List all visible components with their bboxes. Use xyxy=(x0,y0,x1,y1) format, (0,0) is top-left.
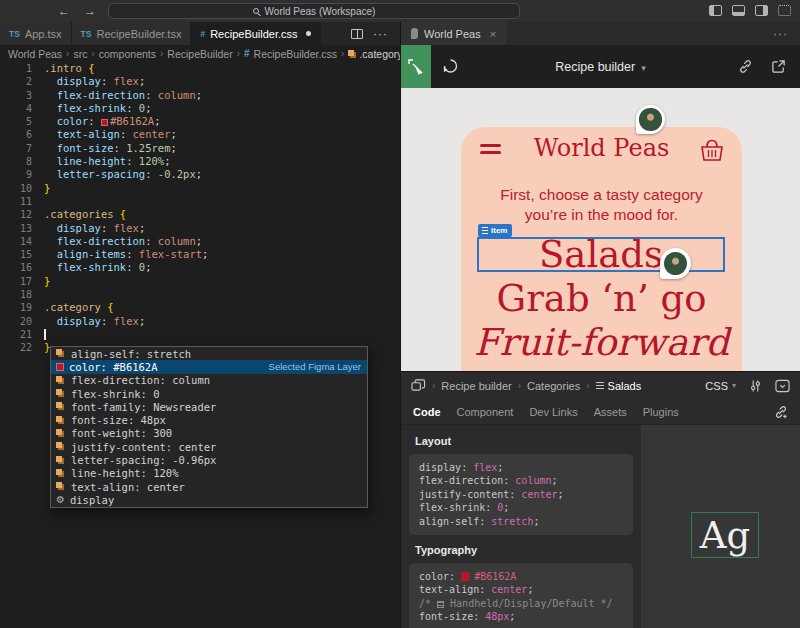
category-grab-n-go[interactable]: Grab ‘n’ go xyxy=(461,280,742,317)
code-line[interactable]: 12.categories { xyxy=(0,208,400,221)
code-line[interactable]: 11 xyxy=(0,195,400,208)
editor-tab-app.tsx[interactable]: TSApp.tsx xyxy=(0,22,72,45)
suggestion-item[interactable]: flex-direction: column xyxy=(51,374,367,387)
line-number: 14 xyxy=(0,235,32,248)
code-line[interactable]: 1.intro { xyxy=(0,62,400,75)
prop-suggestion-icon xyxy=(56,482,62,488)
intro-text[interactable]: First, choose a tasty category you’re in… xyxy=(461,185,742,226)
history-forward-button[interactable]: → xyxy=(84,0,96,22)
inspector-breadcrumb-item[interactable]: Recipe builder xyxy=(441,380,511,392)
inspector-tab-plugins[interactable]: Plugins xyxy=(643,406,679,418)
code-line[interactable]: 15 align-items: flex-start; xyxy=(0,248,400,261)
code-line[interactable]: 18 xyxy=(0,288,400,301)
inspector-breadcrumb-item[interactable]: Categories xyxy=(527,380,580,392)
code-line[interactable]: 19.category { xyxy=(0,301,400,314)
breadcrumb-item[interactable]: RecipeBuilder xyxy=(167,48,232,60)
code-line[interactable]: 3 flex-direction: column; xyxy=(0,89,400,102)
basket-icon[interactable] xyxy=(699,139,725,162)
suggestion-item[interactable]: font-weight: 300 xyxy=(51,427,367,440)
breadcrumb-separator: › xyxy=(518,380,521,391)
command-center-search[interactable]: World Peas (Workspace) xyxy=(108,3,520,19)
inspector-breadcrumb-item[interactable]: Salads xyxy=(596,380,642,392)
code-line[interactable]: 17} xyxy=(0,275,400,288)
category-fruit-forward[interactable]: Fruit-forward xyxy=(461,324,742,361)
suggestion-item[interactable]: align-self: stretch xyxy=(51,347,367,360)
editor-tab-recipebuilder.tsx[interactable]: TSRecipeBuilder.tsx xyxy=(72,22,192,45)
customize-layout-icon[interactable] xyxy=(778,5,791,16)
toggle-sidebar-icon[interactable] xyxy=(709,5,722,16)
prop-suggestion-icon xyxy=(56,416,62,422)
code-line[interactable]: 9 letter-spacing: -0.2px; xyxy=(0,168,400,181)
code-line[interactable]: 2 display: flex; xyxy=(0,75,400,88)
code-line[interactable]: 5 color: #B6162A; xyxy=(0,115,400,128)
code-line[interactable]: 21 xyxy=(0,328,400,341)
layers-icon[interactable] xyxy=(411,379,426,392)
suggestion-item[interactable]: font-size: 48px xyxy=(51,413,367,426)
code-line[interactable]: 13 display: flex; xyxy=(0,222,400,235)
code-line[interactable]: 6 text-align: center; xyxy=(0,128,400,141)
figma-toolbar: Recipe builder▾ xyxy=(400,45,800,88)
code-line[interactable]: 10} xyxy=(0,182,400,195)
line-number: 2 xyxy=(0,75,32,88)
comment-bubble-icon xyxy=(442,58,459,75)
editor-tab-recipebuilder.css[interactable]: #RecipeBuilder.css xyxy=(191,22,320,45)
breadcrumb-item[interactable]: RecipeBuilder.css xyxy=(254,48,337,60)
text-layer-icon xyxy=(482,227,488,234)
open-external-icon[interactable] xyxy=(771,59,786,74)
breadcrumb-item[interactable]: src xyxy=(73,48,87,60)
docs-panel-icon[interactable] xyxy=(775,379,790,393)
language-dropdown[interactable]: CSS▾ xyxy=(705,380,736,392)
copy-link-icon[interactable] xyxy=(738,59,753,74)
code-line[interactable]: 7 font-size: 1.25rem; xyxy=(0,142,400,155)
breadcrumb-separator: › xyxy=(341,48,344,59)
frame-title-dropdown[interactable]: Recipe builder▾ xyxy=(501,60,700,74)
suggestion-item[interactable]: flex-shrink: 0 xyxy=(51,387,367,400)
code-line[interactable]: 8 line-height: 120%; xyxy=(0,155,400,168)
more-actions-icon[interactable]: ··· xyxy=(373,29,388,39)
split-editor-icon[interactable] xyxy=(351,29,363,39)
add-dev-link-icon[interactable] xyxy=(774,405,788,419)
toggle-panel-icon[interactable] xyxy=(732,5,745,16)
code-editor[interactable]: 1.intro {2 display: flex;3 flex-directio… xyxy=(0,62,400,628)
suggestion-item[interactable]: font-family: Newsreader xyxy=(51,400,367,413)
breadcrumb-separator: › xyxy=(66,48,69,59)
unsaved-dot-icon[interactable] xyxy=(306,31,311,36)
comment-tool-button[interactable] xyxy=(431,58,469,75)
code-line[interactable]: 4 flex-shrink: 0; xyxy=(0,102,400,115)
file-type-icon: TS xyxy=(9,29,20,39)
breadcrumb-item[interactable]: components xyxy=(99,48,156,60)
inspector-tab-assets[interactable]: Assets xyxy=(594,406,627,418)
suggestion-item[interactable]: justify-content: center xyxy=(51,440,367,453)
code-line[interactable]: 14 flex-direction: column; xyxy=(0,235,400,248)
settings-sliders-icon[interactable] xyxy=(749,379,762,393)
editor-tab-bar: TSApp.tsxTSRecipeBuilder.tsx#RecipeBuild… xyxy=(0,22,400,45)
select-tool-button[interactable] xyxy=(401,45,431,88)
line-number: 7 xyxy=(0,142,32,155)
suggestion-item[interactable]: line-height: 120% xyxy=(51,467,367,480)
editor-tabs-container: TSApp.tsxTSRecipeBuilder.tsx#RecipeBuild… xyxy=(0,22,321,45)
figma-canvas[interactable]: World Peas First, choose a tasty categor… xyxy=(400,88,800,371)
suggestion-item[interactable]: text-align: center xyxy=(51,480,367,493)
breadcrumb-separator: › xyxy=(586,380,589,391)
close-icon[interactable]: × xyxy=(490,28,496,40)
breadcrumb-item[interactable]: .category xyxy=(359,48,402,60)
suggestion-item[interactable]: color: #B6162ASelected Figma Layer xyxy=(51,360,367,373)
inspector-tab-dev-links[interactable]: Dev Links xyxy=(529,406,577,418)
figma-file-tab[interactable]: World Peas × xyxy=(401,22,506,45)
breadcrumb-separator: › xyxy=(237,48,240,59)
suggestion-item[interactable]: ⚙display xyxy=(51,493,367,506)
breadcrumb-item[interactable]: World Peas xyxy=(8,48,62,60)
suggestion-item[interactable]: letter-spacing: -0.96px xyxy=(51,453,367,466)
mobile-frame[interactable]: World Peas First, choose a tasty categor… xyxy=(461,127,742,371)
category-salads[interactable]: Salads xyxy=(539,236,663,273)
code-line[interactable]: 16 flex-shrink: 0; xyxy=(0,261,400,274)
inspector-code-line: justify-content: center; xyxy=(419,488,633,501)
inspector-tab-component[interactable]: Component xyxy=(457,406,514,418)
figma-more-icon[interactable]: ··· xyxy=(773,27,800,41)
inspector-tab-code[interactable]: Code xyxy=(413,406,441,418)
prop-suggestion-icon xyxy=(56,402,62,408)
history-back-button[interactable]: ← xyxy=(58,0,70,22)
code-line[interactable]: 20 display: flex; xyxy=(0,315,400,328)
toggle-secondary-sidebar-icon[interactable] xyxy=(755,5,768,16)
line-number: 1 xyxy=(0,62,32,75)
